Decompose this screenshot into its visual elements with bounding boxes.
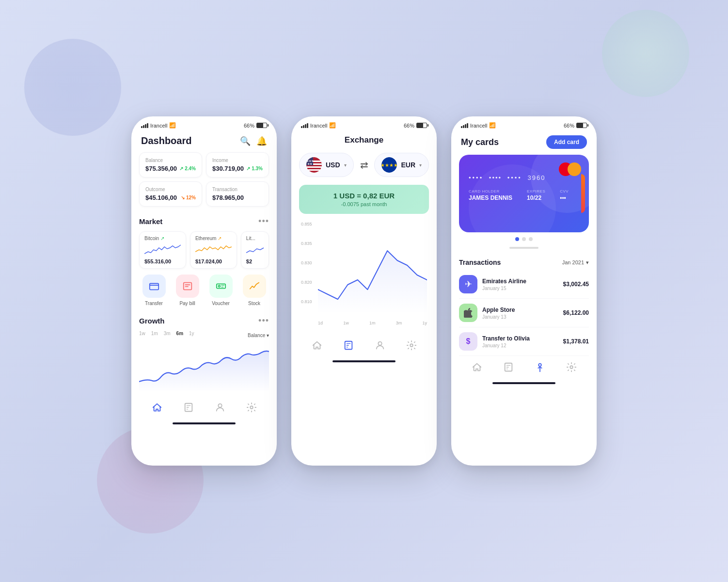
battery-fill-2 xyxy=(417,123,423,128)
emirates-details: Emirates Airline January 15 xyxy=(482,278,526,291)
paybill-icon xyxy=(176,275,199,298)
signal-bar-2-3 xyxy=(305,124,306,128)
tab-3m[interactable]: 3m xyxy=(164,331,171,336)
signal-bar-3 xyxy=(145,124,146,128)
transactions-header: Transactions Jan 2021 ▾ xyxy=(451,255,597,270)
voucher-button[interactable]: Voucher xyxy=(206,275,236,306)
x-label-1w: 1w xyxy=(343,321,349,325)
signal-bar-3-1 xyxy=(461,126,462,128)
nav-calc-3[interactable] xyxy=(503,362,514,375)
dashboard-title: Dashboard xyxy=(141,135,191,146)
wifi-icon-2: 📶 xyxy=(329,122,336,129)
transaction-emirates: ✈ Emirates Airline January 15 $3,002.45 xyxy=(459,270,589,299)
transfer-button[interactable]: Transfer xyxy=(139,275,169,306)
y-label-5: 0.855 xyxy=(301,222,312,226)
nav-calc-1[interactable] xyxy=(183,402,194,416)
apple-icon xyxy=(459,304,477,322)
card-dot-1[interactable] xyxy=(515,237,519,241)
phone-exchange: Irancell 📶 66% Exchange xyxy=(291,116,437,466)
balance-filter[interactable]: Balance ▾ xyxy=(248,333,269,338)
signal-bar-3-4 xyxy=(467,123,468,128)
card-nav-dots xyxy=(459,237,589,241)
bottom-nav-2 xyxy=(291,334,437,357)
stat-income-change: ↗ 1.3% xyxy=(246,166,263,171)
growth-chart xyxy=(139,344,269,392)
bottom-nav-3 xyxy=(451,356,597,379)
transfer-icon xyxy=(142,275,166,298)
tab-1m[interactable]: 1m xyxy=(151,331,158,336)
paybill-button[interactable]: Pay bill xyxy=(173,275,202,306)
apple-name: Apple Store xyxy=(482,307,515,313)
rate-main: 1 USD = 0,82 EUR xyxy=(306,192,422,200)
voucher-icon xyxy=(209,275,233,298)
tab-1w[interactable]: 1w xyxy=(139,331,145,336)
nav-home-2[interactable] xyxy=(312,340,322,354)
svg-text:★★★★★★★★★★★★: ★★★★★★★★★★★★ xyxy=(381,162,397,168)
bell-icon[interactable]: 🔔 xyxy=(256,136,267,146)
chart-y-labels: 0.855 0.835 0.830 0.820 0.810 xyxy=(301,222,312,304)
nav-person-3[interactable] xyxy=(535,362,545,375)
voucher-label: Voucher xyxy=(212,301,230,306)
swap-icon[interactable]: ⇄ xyxy=(360,159,368,171)
battery-percent-3: 66% xyxy=(564,123,574,129)
litecoin-price: $2 xyxy=(246,259,264,264)
transaction-list: ✈ Emirates Airline January 15 $3,002.45 xyxy=(451,270,597,356)
stock-button[interactable]: Stock xyxy=(239,275,269,306)
bitcoin-name: Bitcoin ↗ xyxy=(144,236,181,241)
signal-bar-2 xyxy=(143,125,144,128)
signal-bar-1 xyxy=(141,126,142,128)
stock-icon xyxy=(243,275,266,298)
tab-1y[interactable]: 1y xyxy=(189,331,194,336)
ethereum-chart xyxy=(195,243,232,258)
nav-settings-2[interactable] xyxy=(406,340,417,354)
svg-point-18 xyxy=(378,342,381,345)
paybill-label: Pay bill xyxy=(179,301,195,306)
nav-home-3[interactable] xyxy=(472,362,482,375)
action-buttons: Transfer Pay bill xyxy=(131,275,277,306)
y-label-3: 0.830 xyxy=(301,260,312,265)
to-code: EUR xyxy=(401,161,415,169)
signal-icon-3 xyxy=(461,123,468,128)
nav-calc-2[interactable] xyxy=(343,340,354,354)
card-holder-label: CARD HOLDER xyxy=(469,189,512,194)
from-chevron: ▾ xyxy=(344,162,347,168)
olivia-name: Transfer to Olivia xyxy=(482,335,530,342)
y-label-1: 0.810 xyxy=(301,299,312,304)
cards-title: My cards xyxy=(461,137,499,147)
market-ethereum[interactable]: Ethereum ↗ $17.024,00 xyxy=(190,231,237,269)
add-card-button[interactable]: Add card xyxy=(546,135,587,149)
status-bar-1: Irancell 📶 66% xyxy=(131,116,277,131)
chart-svg-area xyxy=(318,222,427,319)
nav-settings-3[interactable] xyxy=(566,362,577,375)
card-wrapper: •••• •••• •••• 3960 CARD HOLDER JAMES DE… xyxy=(459,155,589,232)
stat-outcome-change: ↘ 12% xyxy=(181,195,196,200)
olivia-amount: $1,378.01 xyxy=(563,338,589,345)
search-icon[interactable]: 🔍 xyxy=(240,136,251,146)
market-bitcoin[interactable]: Bitcoin ↗ $55.316,00 xyxy=(139,231,186,269)
stat-income-value: $30.719,00 xyxy=(212,165,244,172)
svg-rect-0 xyxy=(149,284,158,290)
nav-person-2[interactable] xyxy=(375,340,385,354)
from-currency[interactable]: ★★★ ★★ USD ▾ xyxy=(299,153,354,177)
card-dot-3[interactable] xyxy=(529,237,533,241)
nav-person-1[interactable] xyxy=(215,402,225,416)
expires-value: 10/22 xyxy=(527,194,545,201)
market-litecoin[interactable]: Lit... $2 xyxy=(241,231,269,269)
market-title: Market xyxy=(139,217,162,226)
nav-home-1[interactable] xyxy=(152,402,162,416)
stat-outcome: Outcome $45.106,00 ↘ 12% xyxy=(139,181,202,207)
card-holder-value: JAMES DENNIS xyxy=(469,194,512,201)
svg-point-3 xyxy=(218,285,220,287)
expires-label: EXPIRES xyxy=(527,189,545,194)
battery-percent-2: 66% xyxy=(404,123,414,129)
card-dot-2[interactable] xyxy=(522,237,526,241)
scroll-indicator xyxy=(509,247,538,249)
svg-rect-10 xyxy=(306,166,322,168)
battery-3: 66% xyxy=(564,123,587,129)
date-filter[interactable]: Jan 2021 ▾ xyxy=(562,259,589,266)
growth-more[interactable]: ••• xyxy=(258,316,269,326)
market-more[interactable]: ••• xyxy=(258,216,269,226)
tab-6m[interactable]: 6m xyxy=(176,331,183,336)
to-currency[interactable]: ★★★★★★★★★★★★ EUR ▾ xyxy=(374,153,429,177)
nav-settings-1[interactable] xyxy=(246,402,257,416)
